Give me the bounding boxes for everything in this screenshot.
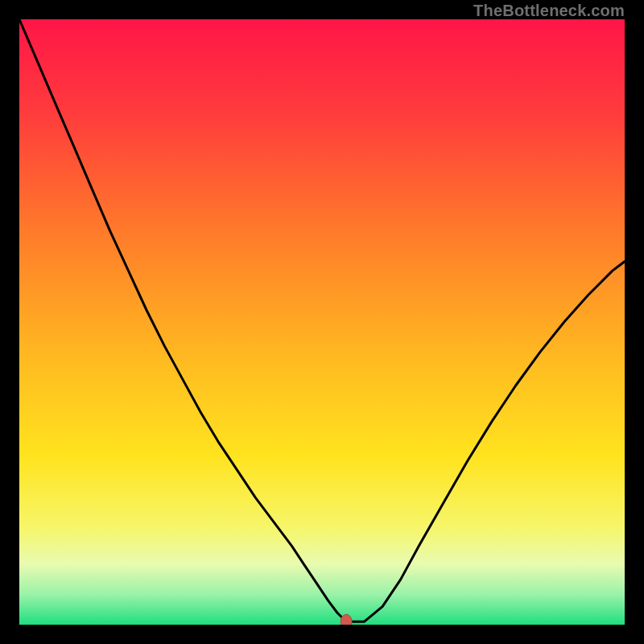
outer-frame: TheBottleneck.com bbox=[0, 0, 644, 644]
optimal-point-marker bbox=[341, 614, 352, 625]
chart-area bbox=[19, 19, 625, 625]
gradient-background bbox=[19, 19, 625, 625]
watermark-text: TheBottleneck.com bbox=[473, 2, 625, 20]
chart-svg bbox=[19, 19, 625, 625]
